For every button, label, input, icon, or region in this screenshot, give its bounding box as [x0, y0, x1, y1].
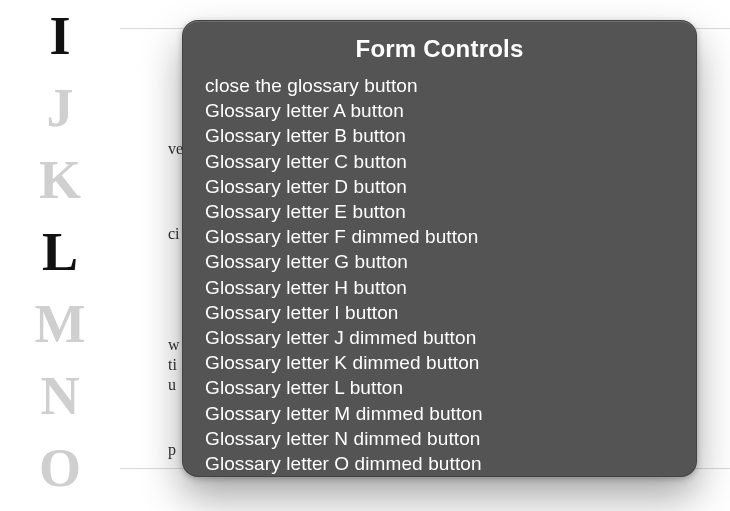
glossary-letter-O[interactable]: O: [39, 441, 81, 495]
rotor-item[interactable]: Glossary letter F dimmed button: [205, 224, 674, 249]
glossary-letter-N[interactable]: N: [41, 369, 80, 423]
glossary-letter-J[interactable]: J: [47, 81, 74, 135]
rotor-item[interactable]: Glossary letter D button: [205, 174, 674, 199]
glossary-letter-M[interactable]: M: [35, 297, 86, 351]
rotor-item[interactable]: Glossary letter L button: [205, 375, 674, 400]
glossary-letter-L[interactable]: L: [42, 225, 78, 279]
glossary-letter-I[interactable]: I: [49, 9, 70, 63]
rotor-item[interactable]: Glossary letter H button: [205, 275, 674, 300]
rotor-item[interactable]: Glossary letter B button: [205, 123, 674, 148]
rotor-item[interactable]: Glossary letter G button: [205, 249, 674, 274]
background-text-fragment: ve: [168, 140, 183, 158]
rotor-item[interactable]: Glossary letter E button: [205, 199, 674, 224]
background-text-fragment: ci: [168, 225, 180, 243]
rotor-title: Form Controls: [205, 35, 674, 63]
rotor-item[interactable]: Glossary letter A button: [205, 98, 674, 123]
rotor-item[interactable]: Glossary letter M dimmed button: [205, 401, 674, 426]
rotor-item[interactable]: close the glossary button: [205, 73, 674, 98]
rotor-item[interactable]: Glossary letter K dimmed button: [205, 350, 674, 375]
background-text-fragment: p: [168, 441, 176, 459]
background-text-fragment: u: [168, 376, 176, 394]
background-text-fragment: ti: [168, 356, 177, 374]
glossary-letter-index: IJKLMNO: [0, 0, 120, 504]
glossary-letter-K[interactable]: K: [39, 153, 81, 207]
rotor-item[interactable]: Glossary letter I button: [205, 300, 674, 325]
rotor-item[interactable]: Glossary letter O dimmed button: [205, 451, 674, 476]
background-text-fragment: w: [168, 336, 180, 354]
rotor-item[interactable]: Glossary letter J dimmed button: [205, 325, 674, 350]
rotor-item[interactable]: Glossary letter N dimmed button: [205, 426, 674, 451]
rotor-list: close the glossary buttonGlossary letter…: [205, 73, 674, 476]
rotor-item[interactable]: Glossary letter C button: [205, 149, 674, 174]
voiceover-rotor-panel[interactable]: Form Controls close the glossary buttonG…: [182, 20, 697, 477]
